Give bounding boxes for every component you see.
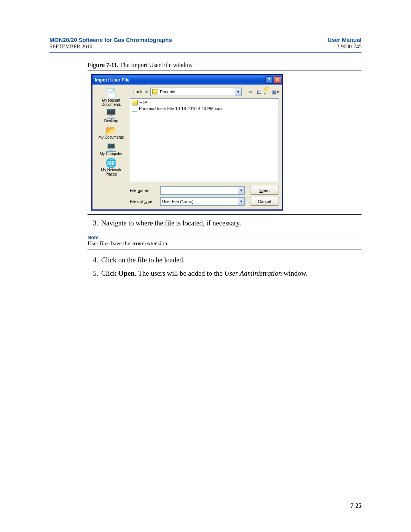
up-icon[interactable]: 🗀 bbox=[255, 88, 262, 95]
places-bar: 📄 My Recent Documents 🖥️ Desktop 📂 My Do… bbox=[96, 88, 127, 206]
place-label: My Documents bbox=[99, 135, 124, 139]
place-network[interactable]: 🌐 My Network Places bbox=[96, 157, 127, 176]
file-name: Phoenix Users File 10-18-2010 4-43 PM.xu… bbox=[139, 106, 223, 111]
t: . The users will be added to the bbox=[135, 270, 224, 277]
file-type-row: Files of type: User File (*.xusr) ▼ Canc… bbox=[130, 197, 279, 206]
chevron-down-icon[interactable]: ▼ bbox=[238, 198, 244, 205]
t: Click bbox=[101, 270, 118, 277]
header-title-left: MON20/20 Software for Gas Chromatographs bbox=[49, 37, 172, 43]
file-type-field[interactable]: User File (*.xusr) ▼ bbox=[160, 197, 245, 206]
step-3: 3. Navigate to where the file is located… bbox=[88, 219, 362, 228]
place-mycomputer[interactable]: 💻 My Computer bbox=[100, 141, 123, 156]
dialog-body: 📄 My Recent Documents 🖥️ Desktop 📂 My Do… bbox=[92, 85, 282, 209]
file-name-field[interactable]: ▼ bbox=[160, 186, 245, 195]
recent-icon: 📄 bbox=[105, 88, 117, 98]
figure-rule-bottom bbox=[88, 214, 362, 215]
file-name-label: File name: bbox=[130, 188, 157, 193]
note-label: Note bbox=[88, 235, 362, 240]
chevron-down-icon[interactable]: ▼ bbox=[238, 187, 244, 194]
lookin-label: Look in: bbox=[130, 89, 148, 94]
step-5: 5. Click Open. The users will be added t… bbox=[88, 269, 362, 278]
figure-rule-top bbox=[88, 70, 362, 70]
cancel-button[interactable]: Cancel bbox=[250, 197, 279, 206]
file-icon bbox=[132, 105, 137, 112]
note-bold: xusr bbox=[133, 240, 144, 246]
file-type-value: User File (*.xusr) bbox=[162, 199, 194, 204]
place-label: My Recent Documents bbox=[96, 98, 127, 107]
note-post: extension. bbox=[144, 240, 169, 246]
place-desktop[interactable]: 🖥️ Desktop bbox=[104, 108, 118, 123]
dialog-titlebar[interactable]: Import User File ? ✕ bbox=[92, 75, 282, 85]
figure-caption-text: The Import User File window bbox=[120, 62, 193, 68]
mydocs-icon: 📂 bbox=[105, 125, 117, 135]
page-footer: 7-25 bbox=[49, 496, 362, 509]
new-folder-icon[interactable]: 📁* bbox=[264, 88, 271, 95]
header-title-right: User Manual bbox=[328, 37, 362, 43]
lookin-combo[interactable]: Phoenix ▼ bbox=[150, 88, 242, 96]
place-label: Desktop bbox=[104, 119, 118, 123]
note-text: User files have the .xusr extension. bbox=[88, 240, 362, 247]
lookin-row: Look in: Phoenix ▼ ⇦ 🗀 📁* ▦▾ bbox=[130, 88, 279, 96]
lookin-value: Phoenix bbox=[160, 89, 175, 94]
t: window. bbox=[282, 270, 308, 277]
step-text: Navigate to where the file is located, i… bbox=[101, 219, 241, 228]
list-item[interactable]: Phoenix Users File 10-18-2010 4-43 PM.xu… bbox=[132, 105, 277, 112]
content-body: Figure 7-11. The Import User File window… bbox=[88, 62, 362, 282]
page: MON20/20 Software for Gas Chromatographs… bbox=[0, 0, 411, 532]
desktop-icon: 🖥️ bbox=[105, 108, 117, 119]
close-button[interactable]: ✕ bbox=[274, 76, 281, 84]
dialog-main-area: Look in: Phoenix ▼ ⇦ 🗀 📁* ▦▾ bbox=[130, 88, 279, 206]
bottom-rows: File name: ▼ Open Files of type: User Fi… bbox=[130, 186, 279, 206]
chevron-down-icon[interactable]: ▼ bbox=[235, 88, 241, 96]
header-rule bbox=[49, 52, 362, 53]
open-button[interactable]: Open bbox=[250, 186, 279, 195]
step-number: 5. bbox=[88, 269, 98, 278]
help-button[interactable]: ? bbox=[265, 76, 273, 84]
nav-toolbar: ⇦ 🗀 📁* ▦▾ bbox=[247, 88, 279, 95]
header-date: SEPTEMBER 2010 bbox=[49, 44, 92, 50]
mycomputer-icon: 💻 bbox=[105, 141, 117, 152]
back-icon[interactable]: ⇦ bbox=[247, 88, 254, 95]
figure-label: Figure 7-11. bbox=[88, 62, 118, 68]
file-type-label: Files of type: bbox=[130, 199, 157, 204]
page-header: MON20/20 Software for Gas Chromatographs… bbox=[49, 37, 362, 62]
step-number: 4. bbox=[88, 256, 98, 265]
place-label: My Network Places bbox=[96, 168, 127, 176]
footer-rule bbox=[49, 499, 362, 499]
place-mydocs[interactable]: 📂 My Documents bbox=[99, 125, 124, 139]
place-label: My Computer bbox=[100, 152, 123, 156]
file-name: FTP bbox=[139, 100, 147, 105]
network-icon: 🌐 bbox=[105, 157, 117, 168]
views-icon[interactable]: ▦▾ bbox=[272, 88, 279, 95]
place-recent[interactable]: 📄 My Recent Documents bbox=[96, 88, 127, 107]
dialog-title: Import User File bbox=[95, 77, 129, 83]
titlebar-buttons: ? ✕ bbox=[265, 76, 281, 84]
step-text: Click Open. The users will be added to t… bbox=[101, 269, 307, 278]
file-name-row: File name: ▼ Open bbox=[130, 186, 279, 195]
step-4: 4. Click on the file to be loaded. bbox=[88, 256, 362, 265]
import-user-file-dialog: Import User File ? ✕ 📄 My Recent Documen… bbox=[91, 74, 283, 211]
file-list[interactable]: FTP Phoenix Users File 10-18-2010 4-43 P… bbox=[130, 98, 279, 182]
t-italic: User Administration bbox=[224, 270, 282, 277]
note-block: Note User files have the .xusr extension… bbox=[88, 233, 362, 249]
page-number: 7-25 bbox=[49, 502, 362, 509]
list-item[interactable]: FTP bbox=[132, 99, 277, 105]
note-pre: User files have the . bbox=[88, 240, 133, 246]
t-bold: Open bbox=[118, 270, 135, 277]
folder-icon bbox=[152, 89, 158, 94]
step-text: Click on the file to be loaded. bbox=[101, 256, 185, 265]
figure-caption: Figure 7-11. The Import User File window bbox=[88, 62, 362, 69]
header-docnum: 3-9000-745 bbox=[337, 44, 362, 50]
folder-icon bbox=[132, 100, 138, 105]
step-number: 3. bbox=[88, 219, 98, 228]
